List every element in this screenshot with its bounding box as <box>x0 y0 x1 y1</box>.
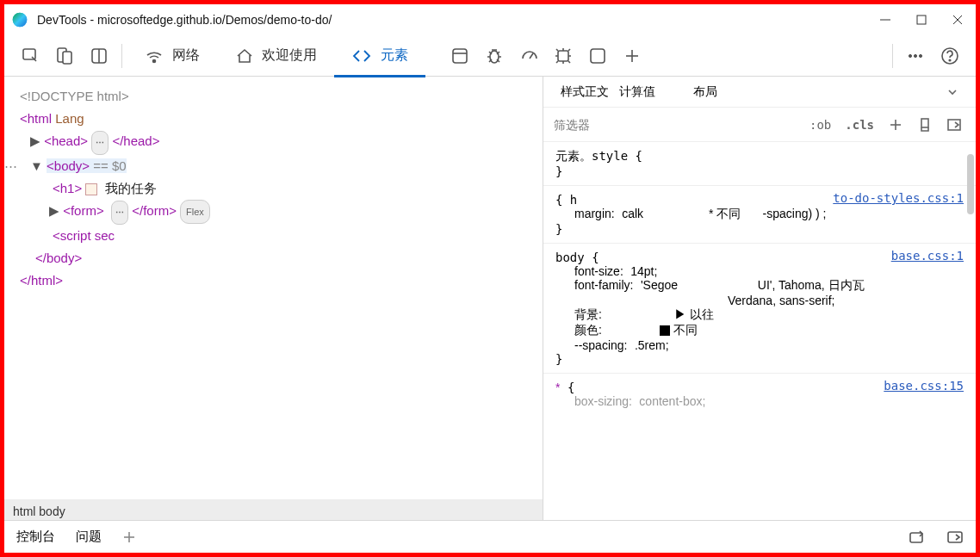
application-icon[interactable] <box>443 39 477 73</box>
code-icon <box>351 46 372 65</box>
color-swatch[interactable] <box>660 325 670 336</box>
add-tab-icon[interactable] <box>615 39 649 73</box>
svg-point-11 <box>153 59 156 62</box>
scrollbar[interactable] <box>967 154 974 214</box>
source-link[interactable]: to-do-styles.css:1 <box>833 191 964 205</box>
rule-close: } <box>555 352 964 366</box>
doctype-node[interactable]: <!DOCTYPE html> <box>20 89 129 103</box>
form-open[interactable]: <form> <box>63 203 104 218</box>
styles-panel: 样式正文 计算值 布局 :ob .cls 元素。style <box>543 77 976 523</box>
tab-elements[interactable]: 元素 <box>334 35 425 77</box>
h1-open[interactable]: <h1> <box>53 181 82 195</box>
chevron-down-icon[interactable] <box>946 86 958 98</box>
html-open[interactable]: <html <box>20 111 52 126</box>
svg-point-21 <box>914 54 916 57</box>
row-menu-icon[interactable]: ⋯ <box>4 155 17 177</box>
bug-icon[interactable] <box>477 39 512 73</box>
cls-toggle[interactable]: .cls <box>841 116 878 133</box>
styles-list[interactable]: 元素。style { } to-do-styles.css:1 { h marg… <box>543 142 976 523</box>
drawer-tab-issues[interactable]: 问题 <box>76 529 102 545</box>
performance-icon[interactable] <box>512 39 546 73</box>
style-rule-h[interactable]: to-do-styles.css:1 { h margin: calk * 不同… <box>543 186 976 244</box>
rule-close: } <box>555 222 964 236</box>
hov-toggle[interactable]: :ob <box>806 116 834 133</box>
close-button[interactable] <box>952 14 964 26</box>
titlebar: DevTools - microsoftedge.github.io/Demos… <box>4 4 976 35</box>
drawer-tab-console[interactable]: 控制台 <box>16 529 55 545</box>
h1-text: 我的任务 <box>105 181 157 195</box>
head-close: </head> <box>112 133 159 148</box>
drawer-icon-1[interactable] <box>909 529 926 545</box>
script-node[interactable]: <script sec <box>53 228 115 243</box>
drawer-icon-2[interactable] <box>946 529 964 545</box>
style-rule-body[interactable]: base.css:1 body { font-size: 14pt; font-… <box>543 244 976 374</box>
style-rule-element[interactable]: 元素。style { } <box>543 142 976 186</box>
svg-point-22 <box>919 54 921 57</box>
svg-rect-31 <box>910 533 922 542</box>
html-close[interactable]: </html> <box>20 273 63 288</box>
computed-panel-icon[interactable] <box>943 115 965 134</box>
source-link[interactable]: base.css:15 <box>884 379 964 393</box>
expand-icon[interactable]: ▶ <box>30 133 40 148</box>
head-open[interactable]: <head> <box>44 133 88 148</box>
clipboard-icon[interactable] <box>85 183 97 195</box>
tab-welcome-label: 欢迎使用 <box>262 46 317 65</box>
filter-input[interactable] <box>543 118 796 132</box>
dom-tree-panel: <!DOCTYPE html> <html Lang ▶ <head> ⋯ </… <box>4 77 543 523</box>
svg-point-1 <box>13 13 28 28</box>
drawer: 控制台 问题 <box>4 520 976 553</box>
brush-icon[interactable] <box>914 115 936 134</box>
window-title: DevTools - microsoftedge.github.io/Demos… <box>37 13 871 27</box>
tab-network-label: 网络 <box>172 46 200 65</box>
minimize-button[interactable] <box>879 14 891 26</box>
rule-close: } <box>555 164 964 178</box>
collapse-icon[interactable]: ▼ <box>30 158 43 173</box>
source-link[interactable]: base.css:1 <box>891 249 964 263</box>
crumb-text[interactable]: html body <box>13 504 65 518</box>
svg-rect-16 <box>558 51 568 61</box>
toolbar: 网络 欢迎使用 元素 <box>4 35 976 77</box>
style-rule-star[interactable]: base.css:15 * * {{ box-sizing: content-b… <box>543 374 976 415</box>
tab-styles[interactable]: 样式正文 <box>561 84 609 100</box>
add-drawer-tab-icon[interactable] <box>122 530 136 544</box>
new-rule-icon[interactable] <box>884 115 907 134</box>
memory-icon[interactable] <box>546 39 580 73</box>
svg-rect-8 <box>63 52 71 64</box>
svg-line-15 <box>530 53 533 59</box>
maximize-button[interactable] <box>915 14 927 26</box>
svg-point-24 <box>949 59 951 61</box>
flex-badge[interactable]: Flex <box>180 200 210 224</box>
wifi-icon <box>145 46 164 65</box>
more-icon[interactable] <box>898 39 933 73</box>
dock-icon[interactable] <box>82 39 116 73</box>
tab-computed[interactable]: 计算值 <box>619 84 655 100</box>
svg-rect-17 <box>591 49 605 63</box>
tab-welcome[interactable]: 欢迎使用 <box>217 35 334 77</box>
body-node-selected[interactable]: <body> == $0 <box>47 158 127 173</box>
home-icon <box>234 46 253 65</box>
svg-point-20 <box>909 54 911 57</box>
inspect-icon[interactable] <box>13 39 47 73</box>
tab-layout[interactable]: 布局 <box>693 84 717 100</box>
lang-attr: Lang <box>55 111 84 126</box>
device-icon[interactable] <box>47 39 82 73</box>
svg-rect-27 <box>921 119 928 127</box>
svg-point-14 <box>490 51 499 63</box>
sources-icon[interactable] <box>580 39 615 73</box>
body-close[interactable]: </body> <box>35 251 82 265</box>
dom-tree[interactable]: <!DOCTYPE html> <html Lang ▶ <head> ⋯ </… <box>4 77 543 499</box>
ellipsis-icon[interactable]: ⋯ <box>111 201 128 225</box>
svg-rect-12 <box>453 49 467 63</box>
app-icon <box>11 11 28 28</box>
expand-icon[interactable]: ▶ <box>49 203 59 218</box>
svg-rect-3 <box>917 15 926 24</box>
tab-network[interactable]: 网络 <box>127 35 217 77</box>
ellipsis-icon[interactable]: ⋯ <box>91 131 109 155</box>
form-close: </form> <box>132 203 177 218</box>
rule-selector: 元素。style { <box>555 149 964 164</box>
help-icon[interactable] <box>933 39 967 73</box>
tab-elements-label: 元素 <box>381 46 408 65</box>
